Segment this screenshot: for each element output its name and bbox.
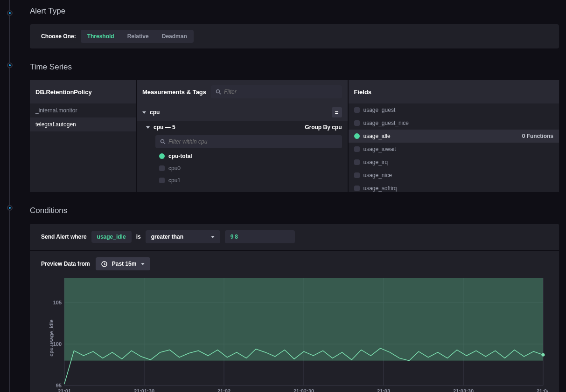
fields-column: Fields usage_guestusage_guest_niceusage_… (349, 80, 559, 192)
conditions-title: Conditions (30, 206, 559, 215)
checkbox-icon (354, 172, 360, 178)
field-item[interactable]: usage_idle0 Functions (349, 130, 559, 143)
functions-badge[interactable]: 0 Functions (522, 133, 553, 139)
measurements-filter[interactable] (211, 85, 342, 98)
tag-filter-input[interactable] (168, 138, 337, 145)
checkbox-checked-icon (354, 133, 360, 139)
svg-text:21:04: 21:04 (537, 388, 548, 392)
measurements-filter-input[interactable] (224, 89, 337, 95)
checkbox-icon (354, 159, 360, 165)
svg-line-1 (219, 93, 221, 94)
field-item[interactable]: usage_irq (349, 156, 559, 169)
svg-text:95: 95 (56, 383, 62, 388)
checkbox-checked-icon (159, 153, 165, 159)
svg-text:21:03:30: 21:03:30 (453, 388, 474, 392)
svg-point-2 (161, 140, 164, 143)
preview-chart: cpu.usage_idle 21:0121:01:3021:0221:02:3… (30, 277, 559, 392)
choose-one-label: Choose One: (41, 33, 76, 40)
alert-type-segmented: ThresholdRelativeDeadman (81, 30, 194, 43)
field-item[interactable]: usage_guest_nice (349, 117, 559, 130)
equals-button[interactable]: = (332, 107, 342, 117)
checkbox-icon (354, 186, 360, 191)
caret-down-icon (211, 236, 215, 238)
checkbox-icon (354, 120, 360, 126)
checkbox-icon (354, 107, 360, 113)
svg-rect-25 (64, 278, 543, 361)
operator-dropdown[interactable]: greater than (146, 230, 220, 243)
send-alert-label: Send Alert where (41, 234, 87, 240)
svg-text:21:02:30: 21:02:30 (293, 388, 314, 392)
svg-point-0 (217, 90, 220, 93)
checkbox-icon (354, 146, 360, 152)
caret-down-icon (141, 263, 145, 265)
is-label: is (136, 234, 141, 240)
caret-down-icon (146, 126, 150, 129)
db-column: DB.RetentionPolicy _internal.monitortele… (30, 80, 136, 192)
field-item[interactable]: usage_iowait (349, 143, 559, 156)
preview-label: Preview Data from (41, 261, 90, 267)
svg-line-3 (164, 143, 165, 144)
alert-type-deadman[interactable]: Deadman (155, 30, 194, 43)
field-item[interactable]: usage_nice (349, 169, 559, 182)
alert-type-threshold[interactable]: Threshold (81, 30, 121, 43)
alert-type-panel: Choose One: ThresholdRelativeDeadman (30, 24, 559, 48)
time-range-dropdown[interactable]: Past 15m (96, 257, 151, 270)
measurement-cpu[interactable]: cpu = (137, 103, 348, 121)
field-item[interactable]: usage_softirq (349, 182, 559, 192)
condition-field[interactable]: usage_idle (91, 231, 132, 243)
field-item[interactable]: usage_guest (349, 103, 559, 117)
caret-down-icon (142, 111, 146, 114)
tag-value-item[interactable]: cpu-total (137, 150, 348, 162)
svg-text:21:01: 21:01 (58, 388, 71, 392)
tag-key-row[interactable]: cpu — 5 Group By cpu (137, 121, 348, 133)
checkbox-icon (159, 165, 165, 171)
svg-text:105: 105 (53, 300, 62, 305)
db-item[interactable]: telegraf.autogen (30, 117, 136, 131)
alert-type-relative[interactable]: Relative (121, 30, 155, 43)
svg-text:21:02: 21:02 (217, 388, 231, 392)
measurements-header: Measurements & Tags (142, 89, 206, 96)
db-header: DB.RetentionPolicy (35, 89, 92, 96)
fields-header: Fields (354, 89, 372, 96)
tag-filter[interactable] (155, 135, 342, 148)
chart-ylabel: cpu.usage_idle (49, 319, 54, 356)
search-icon (160, 139, 166, 144)
search-icon (216, 89, 221, 95)
svg-point-26 (542, 353, 545, 357)
time-series-title: Time Series (30, 62, 559, 72)
db-item[interactable]: _internal.monitor (30, 103, 136, 117)
threshold-value-input[interactable] (225, 230, 295, 243)
tag-value-item[interactable]: cpu1 (137, 174, 348, 186)
alert-type-title: Alert Type (30, 7, 559, 16)
svg-text:100: 100 (53, 341, 62, 347)
svg-text:21:01:30: 21:01:30 (134, 388, 154, 392)
checkbox-icon (159, 178, 165, 183)
tag-value-item[interactable]: cpu0 (137, 162, 348, 174)
svg-text:21:03: 21:03 (377, 388, 390, 392)
group-by-label[interactable]: Group By cpu (305, 124, 342, 131)
measurements-column: Measurements & Tags cpu = (137, 80, 348, 192)
clock-icon (101, 261, 107, 267)
